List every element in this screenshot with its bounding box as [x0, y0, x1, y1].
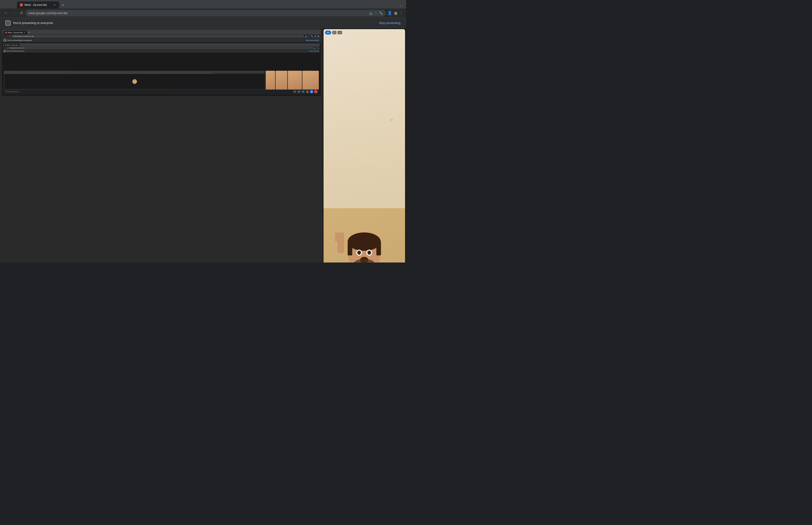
banner-text: You're presenting to everyone: [13, 21, 53, 25]
nested-stop-btn[interactable]: Stop presenting: [306, 39, 319, 41]
svg-point-12: [348, 232, 381, 251]
menu-icon[interactable]: ⋮: [399, 11, 403, 15]
nested-banner-text: You're presenting to everyone: [7, 39, 32, 41]
nav-back-btn[interactable]: ←: [3, 10, 9, 16]
profile-icon[interactable]: 👤: [387, 11, 392, 15]
new-tab-btn[interactable]: +: [60, 2, 66, 9]
tab-close-btn[interactable]: ✕: [52, 3, 56, 7]
sidebar-icon[interactable]: ▣: [394, 11, 398, 15]
url-bar[interactable]: meet.google.com/tnj-esni-ikb 📺 ☆ 🔧: [26, 10, 386, 16]
tab-favicon: [20, 3, 23, 6]
present-icon: ⊡: [6, 21, 10, 25]
nested-preview: Meet - tnj-esni-ikb ✕ + ← → ↺ meet.googl…: [0, 28, 323, 262]
expand-btn[interactable]: ⤢: [337, 31, 342, 34]
presentation-banner: ⊡ You're presenting to everyone Stop pre…: [0, 18, 406, 28]
tab-list-btn[interactable]: ⌄: [397, 2, 404, 9]
svg-rect-22: [335, 232, 339, 242]
nav-refresh-btn[interactable]: ↺: [19, 10, 24, 16]
tab-title: Meet - tnj-esni-ikb: [25, 3, 51, 6]
nav-forward-btn[interactable]: →: [11, 10, 17, 16]
pip-btn[interactable]: □: [332, 31, 336, 34]
svg-point-17: [357, 251, 361, 255]
active-tab[interactable]: Meet - tnj-esni-ikb ✕: [17, 1, 59, 9]
nested-tab-title: Meet - tnj-esni-ikb: [8, 31, 23, 34]
stop-presenting-btn[interactable]: Stop presenting: [379, 21, 400, 25]
nested-browser-level1: Meet - tnj-esni-ikb ✕ + ← → ↺ meet.googl…: [2, 30, 321, 96]
main-tile-controls-top: ••• □ ⤢: [325, 31, 342, 34]
svg-point-18: [367, 251, 371, 255]
svg-rect-13: [348, 242, 352, 255]
main-content: Meet - tnj-esni-ikb ✕ + ← → ↺ meet.googl…: [0, 28, 406, 262]
svg-rect-14: [377, 242, 381, 255]
screen-share-area: Meet - tnj-esni-ikb ✕ + ← → ↺ meet.googl…: [0, 28, 323, 262]
bookmark-icon: ☆: [375, 12, 377, 15]
extensions-icon: 🔧: [379, 12, 383, 15]
cast-icon: 📺: [369, 12, 373, 15]
right-sidebar: ••• □ ⤢ François Beaufort: [323, 28, 406, 262]
address-bar: ← → ↺ meet.google.com/tnj-esni-ikb 📺 ☆ 🔧…: [0, 9, 406, 18]
main-participant-video[interactable]: ••• □ ⤢ François Beaufort: [323, 29, 405, 262]
url-text: meet.google.com/tnj-esni-ikb: [28, 11, 368, 15]
nested-url: meet.google.com/tnj-esni-ikb: [13, 35, 34, 37]
banner-left: ⊡ You're presenting to everyone: [6, 21, 53, 25]
tab-bar: Meet - tnj-esni-ikb ✕ + ⌄: [0, 0, 406, 9]
